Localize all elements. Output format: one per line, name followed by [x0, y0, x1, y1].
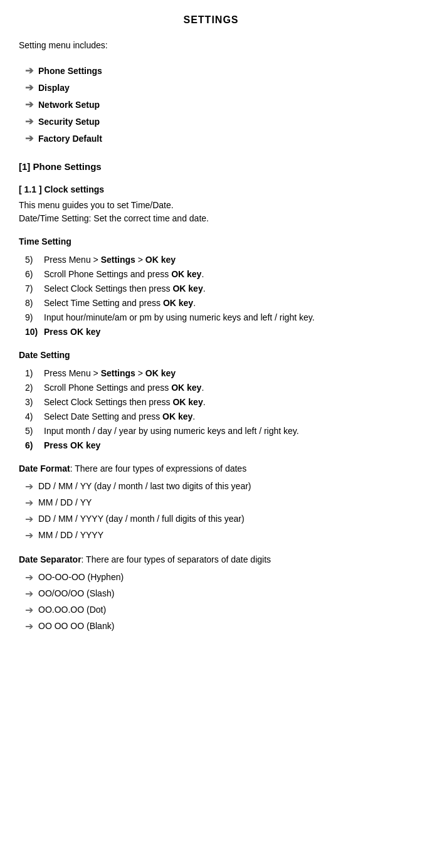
- step-item: 2) Scroll Phone Settings and press OK ke…: [19, 381, 403, 394]
- desc-line1: This menu guides you to set Time/Date.: [19, 199, 403, 212]
- date-setting-steps: 1) Press Menu > Settings > OK key 2) Scr…: [19, 367, 403, 452]
- step-item: 6) Press OK key: [19, 439, 403, 452]
- list-item: ➔ Factory Default: [25, 131, 403, 146]
- step-num: 5): [19, 253, 44, 267]
- step-num: 7): [19, 282, 44, 295]
- step-num: 10): [19, 326, 44, 339]
- arrow-icon: ➔: [25, 80, 33, 95]
- time-setting-steps: 5) Press Menu > Settings > OK key 6) Scr…: [19, 253, 403, 339]
- separator-item: OO-OO-OO (Hyphen): [38, 571, 124, 584]
- menu-item-label: Security Setup: [38, 115, 100, 129]
- date-separator-list: ➔ OO-OO-OO (Hyphen) ➔ OO/OO/OO (Slash) ➔…: [19, 570, 403, 634]
- step-content: Press Menu > Settings > OK key: [44, 253, 403, 267]
- step-item: 1) Press Menu > Settings > OK key: [19, 367, 403, 380]
- page-title: SETTINGS: [19, 13, 403, 28]
- separator-item: OO OO OO (Blank): [38, 620, 114, 633]
- menu-item-label: Phone Settings: [38, 65, 102, 78]
- step-content: Press OK key: [44, 326, 403, 339]
- step-content: Select Clock Settings then press OK key.: [44, 282, 403, 295]
- time-setting-title: Time Setting: [19, 235, 403, 248]
- date-setting-title: Date Setting: [19, 349, 403, 362]
- intro-text: Setting menu includes:: [19, 39, 403, 52]
- step-content: Input hour/minute/am or pm by using nume…: [44, 311, 403, 324]
- step-num: 2): [19, 381, 44, 394]
- step-content: Press OK key: [44, 439, 403, 452]
- arrow-icon: ➔: [25, 586, 33, 601]
- date-format-list: ➔ DD / MM / YY (day / month / last two d…: [19, 479, 403, 543]
- step-num: 4): [19, 410, 44, 423]
- menu-item-label: Network Setup: [38, 98, 100, 112]
- step-item: 6) Scroll Phone Settings and press OK ke…: [19, 268, 403, 281]
- list-item: ➔ Display: [25, 80, 403, 95]
- format-item: MM / DD / YYYY: [38, 529, 103, 542]
- main-menu-list: ➔ Phone Settings ➔ Display ➔ Network Set…: [19, 63, 403, 146]
- arrow-icon: ➔: [25, 97, 33, 112]
- list-item: ➔ OO-OO-OO (Hyphen): [25, 570, 403, 585]
- step-content: Select Time Setting and press OK key.: [44, 297, 403, 310]
- step-num: 1): [19, 367, 44, 380]
- date-separator-rest: : There are four types of separators of …: [82, 554, 271, 564]
- step-num: 3): [19, 396, 44, 409]
- list-item: ➔ MM / DD / YYYY: [25, 528, 403, 543]
- step-num: 6): [19, 268, 44, 281]
- date-separator-label: Date Separator: There are four types of …: [19, 553, 403, 566]
- step-content: Select Clock Settings then press OK key.: [44, 396, 403, 409]
- step-content: Scroll Phone Settings and press OK key.: [44, 381, 403, 394]
- step-num: 6): [19, 439, 44, 452]
- date-format-rest: : There are four types of expressions of…: [70, 463, 246, 474]
- list-item: ➔ DD / MM / YY (day / month / last two d…: [25, 479, 403, 494]
- subsection1-1-desc: This menu guides you to set Time/Date. D…: [19, 199, 403, 225]
- list-item: ➔ OO.OO.OO (Dot): [25, 603, 403, 618]
- date-separator-bold: Date Separator: [19, 554, 82, 564]
- format-item: DD / MM / YY (day / month / last two dig…: [38, 480, 251, 493]
- step-content: Scroll Phone Settings and press OK key.: [44, 268, 403, 281]
- step-item: 8) Select Time Setting and press OK key.: [19, 297, 403, 310]
- arrow-icon: ➔: [25, 131, 33, 146]
- step-item: 7) Select Clock Settings then press OK k…: [19, 282, 403, 295]
- subsection1-1-heading: [ 1.1 ] Clock settings: [19, 183, 403, 196]
- arrow-icon: ➔: [25, 619, 33, 634]
- step-num: 9): [19, 311, 44, 324]
- menu-item-label: Factory Default: [38, 132, 102, 146]
- step-item: 3) Select Clock Settings then press OK k…: [19, 396, 403, 409]
- step-num: 5): [19, 425, 44, 438]
- step-item: 10) Press OK key: [19, 326, 403, 339]
- list-item: ➔ DD / MM / YYYY (day / month / full dig…: [25, 512, 403, 527]
- date-format-label: Date Format: There are four types of exp…: [19, 462, 403, 475]
- list-item: ➔ OO OO OO (Blank): [25, 619, 403, 634]
- arrow-icon: ➔: [25, 512, 33, 527]
- list-item: ➔ OO/OO/OO (Slash): [25, 586, 403, 601]
- list-item: ➔ Phone Settings: [25, 63, 403, 78]
- section1-heading: [1] Phone Settings: [19, 160, 403, 174]
- separator-item: OO.OO.OO (Dot): [38, 603, 106, 617]
- step-content: Input month / day / year by using numeri…: [44, 425, 403, 438]
- step-item: 9) Input hour/minute/am or pm by using n…: [19, 311, 403, 324]
- step-item: 5) Input month / day / year by using num…: [19, 425, 403, 438]
- desc-line2: Date/Time Setting: Set the correct time …: [19, 212, 403, 225]
- date-separator-section: Date Separator: There are four types of …: [19, 553, 403, 634]
- format-item: MM / DD / YY: [38, 496, 92, 509]
- list-item: ➔ Security Setup: [25, 114, 403, 129]
- format-item: DD / MM / YYYY (day / month / full digit…: [38, 512, 245, 526]
- step-content: Select Date Setting and press OK key.: [44, 410, 403, 423]
- date-format-section: Date Format: There are four types of exp…: [19, 462, 403, 543]
- step-item: 4) Select Date Setting and press OK key.: [19, 410, 403, 423]
- arrow-icon: ➔: [25, 495, 33, 511]
- arrow-icon: ➔: [25, 528, 33, 543]
- arrow-icon: ➔: [25, 603, 33, 618]
- step-num: 8): [19, 297, 44, 310]
- arrow-icon: ➔: [25, 479, 33, 494]
- arrow-icon: ➔: [25, 114, 33, 129]
- list-item: ➔ MM / DD / YY: [25, 495, 403, 511]
- date-format-bold: Date Format: [19, 463, 70, 474]
- arrow-icon: ➔: [25, 63, 33, 78]
- list-item: ➔ Network Setup: [25, 97, 403, 112]
- step-content: Press Menu > Settings > OK key: [44, 367, 403, 380]
- separator-item: OO/OO/OO (Slash): [38, 587, 114, 600]
- arrow-icon: ➔: [25, 570, 33, 585]
- menu-item-label: Display: [38, 82, 70, 95]
- step-item: 5) Press Menu > Settings > OK key: [19, 253, 403, 267]
